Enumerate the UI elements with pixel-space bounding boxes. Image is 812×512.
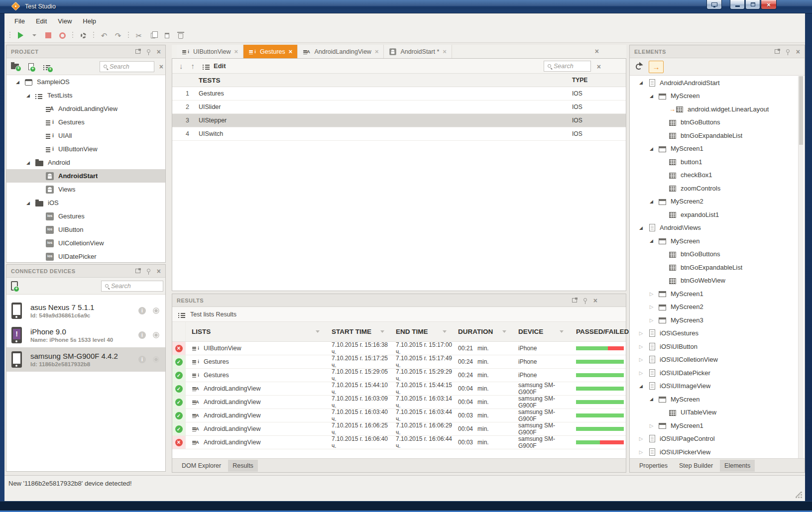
delete-button[interactable] bbox=[177, 30, 185, 40]
scrollbar-thumb[interactable] bbox=[799, 76, 803, 145]
elements-tree-item[interactable]: → MyScreen bbox=[630, 393, 798, 406]
devices-search[interactable] bbox=[101, 281, 163, 292]
project-tree-item[interactable]: Gestures bbox=[6, 209, 165, 223]
tree-expander-icon[interactable] bbox=[648, 94, 655, 99]
tree-expander-icon[interactable] bbox=[638, 80, 644, 85]
close-icon[interactable]: × bbox=[157, 268, 161, 275]
move-down-icon[interactable]: ↓ bbox=[179, 62, 183, 70]
device-select-radio[interactable] bbox=[153, 356, 159, 363]
bottom-tab[interactable]: DOM Explorer bbox=[177, 460, 226, 472]
pin-icon[interactable] bbox=[786, 49, 790, 53]
filter-icon[interactable] bbox=[443, 330, 447, 335]
document-tab[interactable]: UIButtonView × bbox=[177, 45, 243, 58]
close-document-icon[interactable]: × bbox=[595, 48, 599, 55]
elements-tree-item[interactable]: → btnGoButtons bbox=[630, 116, 798, 129]
elements-tree-item[interactable]: → iOS\UIImageView bbox=[630, 380, 798, 393]
tree-expander-icon[interactable] bbox=[648, 304, 655, 309]
cut-button[interactable]: ✂ bbox=[135, 30, 143, 40]
start-time-column-header[interactable]: START TIME bbox=[327, 328, 391, 335]
elements-tree-item[interactable]: → iOS\UIColletionView bbox=[630, 353, 798, 367]
device-row[interactable]: asus Nexus 7 5.1.1 Id: 549a9d36861c6a9c bbox=[6, 299, 165, 323]
elements-tree-item[interactable]: → btnGoExpandableList bbox=[630, 129, 798, 142]
filter-icon[interactable] bbox=[380, 330, 384, 335]
tree-expander-icon[interactable] bbox=[638, 330, 644, 336]
popout-icon[interactable] bbox=[775, 49, 780, 54]
project-tree-item[interactable]: UIButton bbox=[6, 223, 165, 236]
tree-expander-icon[interactable] bbox=[14, 80, 21, 85]
elements-tree-item[interactable]: → MyScreen1 bbox=[630, 287, 798, 301]
tree-expander-icon[interactable] bbox=[25, 93, 31, 98]
devices-search-input[interactable] bbox=[111, 283, 160, 290]
elements-tree-item[interactable]: → UITableView bbox=[630, 406, 798, 419]
tree-expander-icon[interactable] bbox=[638, 436, 644, 441]
project-tree-item[interactable]: UIButtonView bbox=[6, 142, 165, 156]
add-test-list-icon[interactable] bbox=[43, 65, 51, 70]
add-device-icon[interactable] bbox=[11, 281, 18, 291]
project-search[interactable] bbox=[100, 61, 154, 72]
close-button[interactable]: × bbox=[761, 0, 777, 9]
tree-expander-icon[interactable] bbox=[648, 397, 655, 402]
tree-expander-icon[interactable] bbox=[25, 160, 31, 165]
document-tab[interactable]: AndroidStart * × bbox=[384, 45, 452, 58]
settings-button[interactable] bbox=[79, 30, 87, 40]
close-icon[interactable]: × bbox=[796, 48, 800, 55]
test-row[interactable]: 3 UIStepper IOS bbox=[172, 114, 626, 127]
project-tree-item[interactable]: SampleiOS bbox=[6, 75, 165, 89]
project-tree-item[interactable]: UIDatePicker bbox=[6, 250, 165, 263]
add-folder-icon[interactable] bbox=[11, 64, 19, 69]
tab-close-icon[interactable]: × bbox=[375, 48, 379, 55]
tree-expander-icon[interactable] bbox=[638, 370, 644, 376]
tree-expander-icon[interactable] bbox=[638, 357, 644, 362]
elements-scrollbar[interactable] bbox=[798, 76, 804, 458]
project-tree-item[interactable]: Android bbox=[6, 156, 165, 169]
edit-button[interactable]: Edit bbox=[203, 62, 226, 70]
document-tab[interactable]: Gestures × bbox=[243, 45, 298, 58]
tree-expander-icon[interactable] bbox=[25, 201, 31, 205]
record-button[interactable] bbox=[58, 30, 66, 40]
project-tree-item[interactable]: iOS bbox=[6, 196, 165, 209]
elements-tree-item[interactable]: → MyScreen2 bbox=[630, 301, 798, 314]
elements-tree-item[interactable]: → android.widget.LinearLayout bbox=[630, 102, 798, 116]
elements-tree-item[interactable]: → btnGoWebView bbox=[630, 274, 798, 288]
tests-search[interactable] bbox=[544, 61, 591, 72]
tree-expander-icon[interactable] bbox=[648, 238, 655, 243]
result-row[interactable]: AndroidLandingView 7.10.2015 г. 15:44:10… bbox=[172, 382, 626, 396]
elements-tree-item[interactable]: → expandoList1 bbox=[630, 208, 798, 221]
tree-expander-icon[interactable] bbox=[648, 199, 655, 204]
passed-failed-column-header[interactable]: PASSED/FAILED bbox=[571, 328, 629, 335]
project-tree-item[interactable]: Gestures bbox=[6, 115, 165, 129]
result-row[interactable]: UIButtonView 7.10.2015 г. 15:16:38 ч. 7.… bbox=[172, 342, 626, 355]
menu-file[interactable]: File bbox=[9, 15, 30, 27]
tree-expander-icon[interactable] bbox=[638, 225, 644, 230]
popout-icon[interactable] bbox=[572, 298, 577, 303]
undo-button[interactable]: ↶ bbox=[100, 30, 108, 40]
project-search-input[interactable] bbox=[110, 63, 151, 70]
tab-close-icon[interactable]: × bbox=[443, 48, 447, 55]
search-clear-icon[interactable]: × bbox=[159, 63, 163, 70]
title-bar[interactable]: Test Studio × bbox=[0, 0, 812, 13]
tree-expander-icon[interactable] bbox=[638, 344, 644, 349]
pin-icon[interactable] bbox=[147, 49, 150, 53]
info-icon[interactable] bbox=[138, 307, 146, 314]
elements-tree-item[interactable]: → button1 bbox=[630, 155, 798, 169]
elements-tree-item[interactable]: → iOS\UIPageControl bbox=[630, 432, 798, 446]
resize-grip-icon[interactable] bbox=[796, 492, 802, 498]
device-row[interactable]: iPhone 9.0 Name: iPhone 5s 1533 level 40 bbox=[6, 323, 165, 347]
popout-icon[interactable] bbox=[135, 49, 140, 54]
navigate-arrow-button[interactable]: → bbox=[649, 61, 664, 73]
pin-icon[interactable] bbox=[147, 269, 150, 272]
bottom-tab[interactable]: Elements bbox=[720, 460, 755, 472]
copy-button[interactable] bbox=[149, 30, 157, 40]
lists-column-header[interactable]: LISTS bbox=[186, 328, 327, 335]
elements-tree-item[interactable]: → MyScreen1 bbox=[630, 419, 798, 432]
filter-icon[interactable] bbox=[502, 330, 506, 335]
menu-help[interactable]: Help bbox=[77, 15, 102, 27]
result-row[interactable]: Gestures 7.10.2015 г. 15:29:05 ч. 7.10.2… bbox=[172, 369, 626, 382]
tab-close-icon[interactable]: × bbox=[289, 48, 293, 55]
device-select-radio[interactable] bbox=[153, 332, 159, 338]
elements-tree-item[interactable]: → MyScreen1 bbox=[630, 142, 798, 156]
test-row[interactable]: 4 UISwitch IOS bbox=[172, 127, 626, 141]
search-clear-icon[interactable]: × bbox=[597, 63, 601, 70]
device-row[interactable]: samsung SM-G900F 4.4.2 Id: 1186b2e581793… bbox=[6, 347, 165, 372]
filter-icon[interactable] bbox=[560, 330, 564, 335]
